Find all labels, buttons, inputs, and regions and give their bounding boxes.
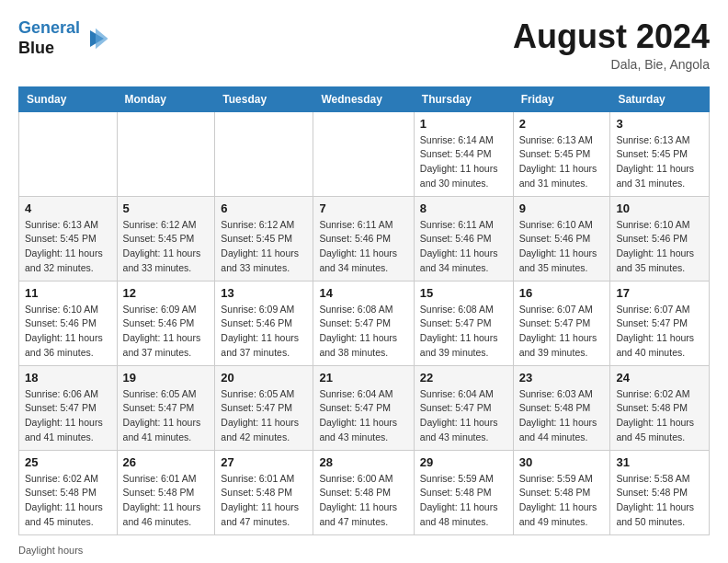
logo-icon	[82, 25, 109, 52]
day-info: Sunrise: 6:03 AM Sunset: 5:48 PM Dayligh…	[519, 387, 605, 445]
day-info: Sunrise: 6:13 AM Sunset: 5:45 PM Dayligh…	[519, 133, 605, 191]
calendar-cell	[313, 111, 414, 196]
calendar-cell: 10Sunrise: 6:10 AM Sunset: 5:46 PM Dayli…	[610, 196, 710, 281]
calendar-cell: 26Sunrise: 6:01 AM Sunset: 5:48 PM Dayli…	[117, 450, 215, 534]
day-info: Sunrise: 6:10 AM Sunset: 5:46 PM Dayligh…	[519, 218, 605, 276]
day-info: Sunrise: 6:10 AM Sunset: 5:46 PM Dayligh…	[616, 218, 703, 276]
calendar-cell: 9Sunrise: 6:10 AM Sunset: 5:46 PM Daylig…	[513, 196, 610, 281]
calendar-week-row: 11Sunrise: 6:10 AM Sunset: 5:46 PM Dayli…	[19, 281, 710, 365]
day-number: 29	[420, 455, 507, 469]
day-info: Sunrise: 6:00 AM Sunset: 5:48 PM Dayligh…	[319, 472, 407, 530]
calendar-cell: 23Sunrise: 6:03 AM Sunset: 5:48 PM Dayli…	[513, 365, 610, 450]
day-number: 2	[519, 117, 605, 131]
day-info: Sunrise: 6:04 AM Sunset: 5:47 PM Dayligh…	[319, 387, 407, 445]
day-info: Sunrise: 5:59 AM Sunset: 5:48 PM Dayligh…	[519, 472, 605, 530]
day-info: Sunrise: 6:09 AM Sunset: 5:46 PM Dayligh…	[123, 303, 210, 361]
day-info: Sunrise: 6:11 AM Sunset: 5:46 PM Dayligh…	[420, 218, 507, 276]
day-number: 26	[123, 455, 210, 469]
day-info: Sunrise: 5:58 AM Sunset: 5:48 PM Dayligh…	[616, 472, 703, 530]
calendar-cell: 29Sunrise: 5:59 AM Sunset: 5:48 PM Dayli…	[414, 450, 513, 534]
day-number: 23	[519, 371, 605, 385]
calendar-cell: 3Sunrise: 6:13 AM Sunset: 5:45 PM Daylig…	[610, 111, 710, 196]
column-header-friday: Friday	[513, 86, 610, 111]
calendar-cell: 18Sunrise: 6:06 AM Sunset: 5:47 PM Dayli…	[19, 365, 118, 450]
day-number: 11	[25, 286, 111, 300]
day-number: 17	[616, 286, 703, 300]
column-header-thursday: Thursday	[414, 86, 513, 111]
day-info: Sunrise: 6:06 AM Sunset: 5:47 PM Dayligh…	[25, 387, 111, 445]
day-info: Sunrise: 6:07 AM Sunset: 5:47 PM Dayligh…	[616, 303, 703, 361]
calendar-cell	[117, 111, 215, 196]
calendar-cell: 31Sunrise: 5:58 AM Sunset: 5:48 PM Dayli…	[610, 450, 710, 534]
day-number: 8	[420, 201, 507, 215]
day-info: Sunrise: 6:02 AM Sunset: 5:48 PM Dayligh…	[616, 387, 703, 445]
day-number: 24	[616, 371, 703, 385]
day-info: Sunrise: 6:09 AM Sunset: 5:46 PM Dayligh…	[221, 303, 307, 361]
calendar-cell	[19, 111, 118, 196]
day-number: 20	[221, 371, 307, 385]
day-number: 12	[123, 286, 210, 300]
calendar-cell	[215, 111, 313, 196]
calendar-week-row: 25Sunrise: 6:02 AM Sunset: 5:48 PM Dayli…	[19, 450, 710, 534]
day-number: 16	[519, 286, 605, 300]
day-number: 27	[221, 455, 307, 469]
day-info: Sunrise: 6:12 AM Sunset: 5:45 PM Dayligh…	[221, 218, 307, 276]
day-info: Sunrise: 6:13 AM Sunset: 5:45 PM Dayligh…	[25, 218, 111, 276]
day-info: Sunrise: 6:12 AM Sunset: 5:45 PM Dayligh…	[123, 218, 210, 276]
calendar-cell: 17Sunrise: 6:07 AM Sunset: 5:47 PM Dayli…	[610, 281, 710, 365]
day-number: 30	[519, 455, 605, 469]
column-header-wednesday: Wednesday	[313, 86, 414, 111]
day-info: Sunrise: 6:01 AM Sunset: 5:48 PM Dayligh…	[221, 472, 307, 530]
day-number: 10	[616, 201, 703, 215]
day-info: Sunrise: 6:02 AM Sunset: 5:48 PM Dayligh…	[25, 472, 111, 530]
column-header-sunday: Sunday	[19, 86, 118, 111]
calendar-cell: 1Sunrise: 6:14 AM Sunset: 5:44 PM Daylig…	[414, 111, 513, 196]
calendar-cell: 5Sunrise: 6:12 AM Sunset: 5:45 PM Daylig…	[117, 196, 215, 281]
calendar-cell: 16Sunrise: 6:07 AM Sunset: 5:47 PM Dayli…	[513, 281, 610, 365]
day-number: 5	[123, 201, 210, 215]
calendar-cell: 22Sunrise: 6:04 AM Sunset: 5:47 PM Dayli…	[414, 365, 513, 450]
footer-label: Daylight hours	[18, 545, 83, 556]
calendar-cell: 4Sunrise: 6:13 AM Sunset: 5:45 PM Daylig…	[19, 196, 118, 281]
day-info: Sunrise: 6:13 AM Sunset: 5:45 PM Dayligh…	[616, 133, 703, 191]
day-info: Sunrise: 5:59 AM Sunset: 5:48 PM Dayligh…	[420, 472, 507, 530]
calendar-cell: 20Sunrise: 6:05 AM Sunset: 5:47 PM Dayli…	[215, 365, 313, 450]
calendar-cell: 8Sunrise: 6:11 AM Sunset: 5:46 PM Daylig…	[414, 196, 513, 281]
day-info: Sunrise: 6:01 AM Sunset: 5:48 PM Dayligh…	[123, 472, 210, 530]
calendar-cell: 27Sunrise: 6:01 AM Sunset: 5:48 PM Dayli…	[215, 450, 313, 534]
day-info: Sunrise: 6:04 AM Sunset: 5:47 PM Dayligh…	[420, 387, 507, 445]
day-number: 7	[319, 201, 407, 215]
day-number: 6	[221, 201, 307, 215]
day-info: Sunrise: 6:08 AM Sunset: 5:47 PM Dayligh…	[319, 303, 407, 361]
day-number: 18	[25, 371, 111, 385]
day-info: Sunrise: 6:05 AM Sunset: 5:47 PM Dayligh…	[221, 387, 307, 445]
calendar-cell: 21Sunrise: 6:04 AM Sunset: 5:47 PM Dayli…	[313, 365, 414, 450]
day-info: Sunrise: 6:05 AM Sunset: 5:47 PM Dayligh…	[123, 387, 210, 445]
calendar-cell: 12Sunrise: 6:09 AM Sunset: 5:46 PM Dayli…	[117, 281, 215, 365]
calendar-week-row: 18Sunrise: 6:06 AM Sunset: 5:47 PM Dayli…	[19, 365, 710, 450]
location: Dala, Bie, Angola	[513, 57, 710, 72]
column-header-tuesday: Tuesday	[215, 86, 313, 111]
calendar-cell: 6Sunrise: 6:12 AM Sunset: 5:45 PM Daylig…	[215, 196, 313, 281]
column-header-monday: Monday	[117, 86, 215, 111]
day-info: Sunrise: 6:10 AM Sunset: 5:46 PM Dayligh…	[25, 303, 111, 361]
calendar-table: SundayMondayTuesdayWednesdayThursdayFrid…	[18, 86, 710, 535]
day-number: 4	[25, 201, 111, 215]
calendar-cell: 15Sunrise: 6:08 AM Sunset: 5:47 PM Dayli…	[414, 281, 513, 365]
logo-text: GeneralBlue	[18, 18, 80, 58]
column-header-saturday: Saturday	[610, 86, 710, 111]
calendar-cell: 28Sunrise: 6:00 AM Sunset: 5:48 PM Dayli…	[313, 450, 414, 534]
calendar-cell: 30Sunrise: 5:59 AM Sunset: 5:48 PM Dayli…	[513, 450, 610, 534]
day-number: 21	[319, 371, 407, 385]
logo: GeneralBlue	[18, 18, 109, 58]
month-title: August 2024	[513, 18, 710, 55]
calendar-cell: 14Sunrise: 6:08 AM Sunset: 5:47 PM Dayli…	[313, 281, 414, 365]
day-number: 25	[25, 455, 111, 469]
day-number: 19	[123, 371, 210, 385]
calendar-cell: 11Sunrise: 6:10 AM Sunset: 5:46 PM Dayli…	[19, 281, 118, 365]
day-info: Sunrise: 6:14 AM Sunset: 5:44 PM Dayligh…	[420, 133, 507, 191]
day-number: 3	[616, 117, 703, 131]
svg-marker-1	[96, 28, 108, 49]
calendar-cell: 7Sunrise: 6:11 AM Sunset: 5:46 PM Daylig…	[313, 196, 414, 281]
calendar-cell: 24Sunrise: 6:02 AM Sunset: 5:48 PM Dayli…	[610, 365, 710, 450]
